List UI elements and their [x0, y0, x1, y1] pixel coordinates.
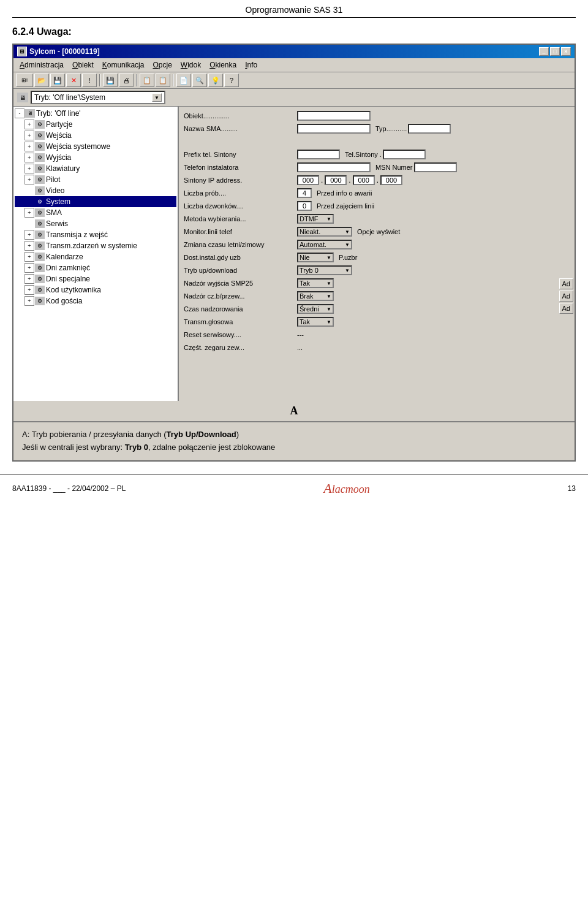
- expand-transm-zdarzen[interactable]: +: [24, 241, 34, 251]
- input-prefix-tel[interactable]: [297, 150, 340, 159]
- menu-administracja[interactable]: Administracja: [16, 59, 67, 70]
- tb-save2-button[interactable]: 💾: [103, 74, 118, 87]
- tree-item-kalendarze[interactable]: + ⚙ Kalendarze: [15, 251, 176, 262]
- window-controls[interactable]: _ □ ×: [539, 47, 571, 56]
- dropdown-nadzor-czb[interactable]: Brak ▼: [297, 291, 334, 301]
- tb-print-button[interactable]: 🖨: [119, 74, 134, 87]
- expand-serwis[interactable]: [24, 219, 34, 229]
- label-zmiana-czasu: Zmiana czasu letni/zimowy: [184, 241, 297, 248]
- page-title: Oprogramowanie SAS 31: [246, 5, 343, 15]
- input-tel-sintony[interactable]: [383, 150, 426, 159]
- tree-item-dni-specjalne[interactable]: + ⚙ Dni specjalne: [15, 273, 176, 284]
- expand-offline[interactable]: -: [15, 108, 24, 118]
- tree-item-wyjscia[interactable]: + ⚙ Wyjścia: [15, 152, 176, 163]
- expand-kod-goscia[interactable]: +: [24, 296, 34, 306]
- input-liczba-dzwonkow[interactable]: [297, 201, 312, 211]
- row-czest: Częśt. zegaru zew... ...: [184, 342, 570, 353]
- tb-doc-button[interactable]: 📄: [176, 74, 191, 87]
- expand-wyjscia[interactable]: +: [24, 153, 34, 162]
- tree-item-transmisja[interactable]: + ⚙ Transmisja z wejść: [15, 229, 176, 240]
- tb-exclaim-button[interactable]: !: [82, 74, 97, 87]
- tree-item-system[interactable]: ⚙ System: [15, 196, 176, 207]
- tree-item-kod-uzytkownika[interactable]: + ⚙ Kod użytkownika: [15, 284, 176, 295]
- tb-open-button[interactable]: 📂: [34, 74, 49, 87]
- tree-item-dni-zamkniete[interactable]: + ⚙ Dni zamknięć: [15, 262, 176, 273]
- tb-help-button[interactable]: ?: [224, 74, 239, 87]
- label-czest: Częśt. zegaru zew...: [184, 344, 297, 351]
- dropdown-dost-instal[interactable]: Nie ▼: [297, 253, 334, 262]
- tree-item-wejscia-sys[interactable]: + ⚙ Wejścia systemowe: [15, 141, 176, 152]
- tb-delete-button[interactable]: ✕: [66, 74, 81, 87]
- tb-copy-button[interactable]: 📋: [140, 74, 154, 87]
- expand-dni-zamkniete[interactable]: +: [24, 263, 34, 273]
- expand-partycje[interactable]: +: [24, 120, 34, 129]
- side-btn-ad-3[interactable]: Ad: [559, 303, 573, 314]
- side-btn-ad-1[interactable]: Ad: [559, 278, 573, 289]
- tree-item-offline[interactable]: - 🖥 Tryb: 'Off line': [15, 108, 176, 119]
- ip-seg-3[interactable]: [353, 175, 375, 185]
- expand-kalendarze[interactable]: +: [24, 252, 34, 262]
- path-arrow-icon[interactable]: ▼: [152, 93, 162, 102]
- label-metoda: Metoda wybierania...: [184, 215, 297, 223]
- dropdown-transm-glosowa[interactable]: Tak ▼: [297, 317, 334, 327]
- ip-seg-1[interactable]: [297, 175, 319, 185]
- tree-item-pilot[interactable]: + ⚙ Pilot: [15, 174, 176, 185]
- expand-wejscia[interactable]: +: [24, 131, 34, 140]
- expand-sma[interactable]: +: [24, 208, 34, 218]
- menu-okienka[interactable]: Okienka: [206, 59, 240, 70]
- input-nazwa-sma[interactable]: [297, 124, 371, 134]
- expand-pilot[interactable]: +: [24, 175, 34, 185]
- expand-dni-specjalne[interactable]: +: [24, 274, 34, 284]
- expand-transmisja[interactable]: +: [24, 230, 34, 240]
- tree-item-kod-goscia[interactable]: + ⚙ Kod gościa: [15, 295, 176, 306]
- menu-komunikacja[interactable]: Komunikacja: [99, 59, 148, 70]
- menu-info[interactable]: Info: [241, 59, 261, 70]
- tb-save-button[interactable]: 💾: [50, 74, 65, 87]
- dropdown-monitor[interactable]: Nieakt. ▼: [297, 227, 352, 237]
- dropdown-tryb-updown[interactable]: Tryb 0 ▼: [297, 265, 352, 275]
- tree-item-wejscia[interactable]: + ⚙ Wejścia: [15, 130, 176, 141]
- dropdown-nadzor-wyjscia[interactable]: Tak ▼: [297, 278, 334, 288]
- menu-obiekt[interactable]: Obiekt: [69, 59, 97, 70]
- tree-item-video[interactable]: ⚙ Video: [15, 185, 176, 196]
- tree-item-partycje[interactable]: + ⚙ Partycje: [15, 119, 176, 130]
- input-obiekt[interactable]: [297, 111, 371, 121]
- input-msn[interactable]: [414, 162, 457, 172]
- maximize-button[interactable]: □: [550, 47, 560, 56]
- expand-kod-uzytkownika[interactable]: +: [24, 285, 34, 295]
- close-button[interactable]: ×: [561, 47, 571, 56]
- ip-seg-4[interactable]: [380, 175, 402, 185]
- side-btn-ad-2[interactable]: Ad: [559, 291, 573, 302]
- tb-admin-button[interactable]: ⊞!: [16, 74, 33, 87]
- tree-item-serwis[interactable]: ⚙ Serwis: [15, 218, 176, 229]
- input-liczba-prob[interactable]: [297, 188, 312, 198]
- value-liczba-prob: Przed info o awarii: [297, 188, 570, 198]
- path-dropdown[interactable]: Tryb: 'Off line'\System ▼: [31, 91, 165, 104]
- tb-light-button[interactable]: 💡: [208, 74, 223, 87]
- icon-kod-goscia: ⚙: [35, 297, 45, 305]
- toolbar: ⊞! 📂 💾 ✕ ! 💾 🖨 📋 📋 📄 🔍 💡 ?: [13, 72, 575, 89]
- input-telefon[interactable]: [297, 162, 371, 172]
- tree-item-transm-zdarzen[interactable]: + ⚙ Transm.zdarzeń w systemie: [15, 240, 176, 251]
- ip-seg-2[interactable]: [325, 175, 347, 185]
- dropdown-zmiana-czasu[interactable]: Automat. ▼: [297, 240, 352, 249]
- tb-paste-button[interactable]: 📋: [156, 74, 170, 87]
- dropdown-metoda[interactable]: DTMF ▼: [297, 214, 334, 224]
- label-liczba-prob: Liczba prób....: [184, 189, 297, 197]
- menu-opcje[interactable]: Opcje: [149, 59, 175, 70]
- value-obiekt: [297, 111, 570, 121]
- label-opcje-wyswiet: Opcje wyświet: [357, 228, 400, 235]
- expand-system[interactable]: [24, 197, 34, 207]
- row-obiekt: Obiekt..............: [184, 110, 570, 121]
- minimize-button[interactable]: _: [539, 47, 549, 56]
- expand-video[interactable]: [24, 186, 34, 196]
- menu-widok[interactable]: Widok: [177, 59, 205, 70]
- tree-item-klawiatury[interactable]: + ⚙ Klawiatury: [15, 163, 176, 174]
- input-typ[interactable]: [408, 124, 451, 134]
- tree-item-sma[interactable]: + ⚙ SMA: [15, 207, 176, 218]
- tb-search-button[interactable]: 🔍: [192, 74, 207, 87]
- value-transm-glosowa: Tak ▼: [297, 317, 570, 327]
- dropdown-czas-nadzorowania[interactable]: Średni ▼: [297, 304, 334, 314]
- expand-klawiatury[interactable]: +: [24, 164, 34, 173]
- expand-wejscia-sys[interactable]: +: [24, 142, 34, 151]
